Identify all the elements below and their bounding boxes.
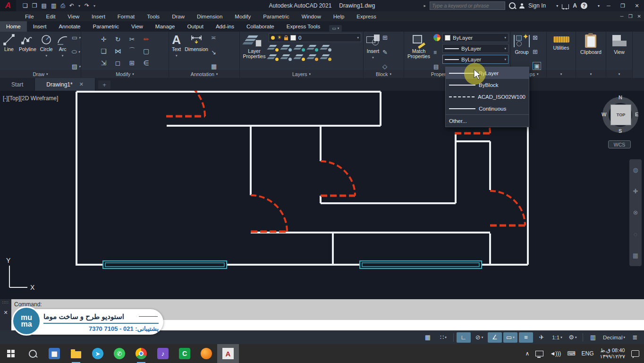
command-window-grip[interactable]: ∷∷ ✕	[0, 299, 11, 330]
menu-format[interactable]: Format	[111, 14, 141, 19]
minimize-button[interactable]: ─	[603, 3, 614, 9]
menu-insert[interactable]: Insert	[85, 14, 111, 19]
layer-tool-icon-5[interactable]	[322, 44, 331, 51]
start-button[interactable]	[0, 344, 22, 363]
save-icon[interactable]: ▤	[42, 2, 47, 9]
taskbar-app-autocad[interactable]: A	[217, 344, 239, 363]
tab-close-icon[interactable]: ✕	[79, 81, 84, 87]
new-file-icon[interactable]: ❏	[23, 2, 28, 9]
menu-draw[interactable]: Draw	[166, 14, 191, 19]
edit-block-icon[interactable]: ✎	[382, 49, 388, 56]
statusbar-annotation-visibility[interactable]: ✈	[534, 332, 549, 343]
app-store-cart-icon[interactable]	[562, 4, 569, 9]
hatch-tool-icon[interactable]: ▨ ▾	[72, 63, 81, 70]
layer-select[interactable]: ☀ 0 ▾	[269, 33, 361, 42]
erase-tool-icon[interactable]: ✏	[144, 35, 149, 43]
taskbar-app-firefox[interactable]	[195, 344, 217, 363]
taskbar-app-camtasia[interactable]: C	[174, 344, 195, 363]
lineweight-select[interactable]: ByLayer ▾	[442, 44, 508, 53]
ribbon-display-toggle[interactable]: ▭ ▾	[329, 25, 342, 32]
table-icon[interactable]: ▦	[211, 63, 217, 70]
taskbar-app-calculator[interactable]: ▦	[43, 344, 65, 363]
view-cube[interactable]: N S W E TOP	[601, 95, 640, 135]
sign-in-button[interactable]: Sign In	[528, 2, 546, 9]
orbit-icon[interactable]: ◌	[634, 231, 637, 238]
layer-tool-icon-3[interactable]	[295, 44, 305, 51]
viewcube-south[interactable]: S	[619, 128, 622, 134]
polyline-button[interactable]: Polyline	[18, 33, 37, 52]
view-button[interactable]: View	[611, 33, 627, 55]
menu-parametric[interactable]: Parametric	[257, 14, 296, 19]
dimension-button[interactable]: Dimension	[184, 33, 209, 52]
statusbar-annotation-scale[interactable]: 1:1▾	[550, 332, 564, 343]
linetype-option-continuous[interactable]: Continuous	[446, 103, 529, 114]
viewport-label[interactable]: [-][Top][2D Wireframe]	[3, 95, 58, 102]
define-attributes-icon[interactable]: ◇	[382, 63, 388, 70]
help-icon[interactable]: ?	[581, 2, 587, 9]
scale-tool-icon[interactable]: ⇲	[101, 59, 107, 67]
tab-home[interactable]: Home	[0, 21, 27, 32]
statusbar-annotation-autoscale[interactable]: ⚙▾	[566, 332, 580, 343]
statusbar-customization[interactable]: ≣	[628, 332, 642, 343]
redo-icon[interactable]: ↷	[85, 2, 89, 9]
menu-tools[interactable]: Tools	[141, 14, 166, 19]
layer-tool-icon-2[interactable]	[282, 44, 291, 51]
help-caret-icon[interactable]: ▾	[598, 4, 600, 8]
taskbar-app-telegram[interactable]: ➤	[87, 344, 109, 363]
command-close-icon[interactable]: ✕	[3, 310, 8, 316]
steering-wheel-icon[interactable]: ◍	[633, 166, 638, 173]
save-as-icon[interactable]: ▥	[51, 2, 56, 9]
statusbar-grid-display[interactable]: ▦	[421, 332, 435, 343]
linetype-option-bylayer[interactable]: ByLayer	[446, 67, 529, 79]
color-wheel-icon[interactable]	[433, 34, 441, 41]
layer-tool-icon-4[interactable]	[308, 44, 318, 51]
menu-modify[interactable]: Modify	[229, 14, 257, 19]
statusbar-snap-mode[interactable]: ∷▾	[436, 332, 450, 343]
fillet-tool-icon[interactable]: ⌒	[129, 47, 136, 55]
tab-insert[interactable]: Insert	[27, 21, 53, 32]
clipboard-button[interactable]: Clipboard	[579, 33, 602, 55]
taskbar-app-whatsapp[interactable]: ✆	[109, 344, 130, 363]
taskbar-app-chrome[interactable]	[130, 344, 152, 363]
open-file-icon[interactable]: ❐	[32, 2, 37, 9]
doc-close-button[interactable]: ✕	[637, 14, 641, 19]
tab-annotate[interactable]: Annotate	[52, 21, 86, 32]
drawing-canvas[interactable]: YX [-][Top][2D Wireframe] N S W E TOP WC…	[0, 91, 644, 299]
doc-restore-button[interactable]: ❐	[628, 14, 633, 19]
group-edit-icon[interactable]: ⊞	[533, 48, 541, 55]
new-drawing-tab-button[interactable]: +	[98, 80, 110, 89]
viewcube-top-face[interactable]: TOP	[610, 104, 631, 125]
plot-icon[interactable]: ⎙	[60, 2, 65, 9]
group-button[interactable]: ✦ Group	[513, 33, 531, 55]
pan-icon[interactable]: ✚	[633, 188, 638, 195]
statusbar-ortho-mode[interactable]: ∟	[457, 332, 471, 343]
explode-tool-icon[interactable]: ▢	[143, 47, 149, 55]
drawing-tab-start[interactable]: Start	[0, 78, 35, 91]
grip-dots-icon[interactable]: ∷∷	[2, 300, 8, 305]
search-expand-icon[interactable]: ▸	[424, 3, 426, 8]
group-selection-icon[interactable]: ▣	[533, 62, 541, 70]
action-center-icon[interactable]	[631, 350, 639, 357]
statusbar-object-snap-tracking[interactable]: ∠	[488, 332, 502, 343]
panel-annotation-label[interactable]: Annotation▾	[169, 70, 239, 78]
tab-view[interactable]: View	[125, 21, 149, 32]
network-icon[interactable]	[535, 351, 543, 356]
undo-caret-icon[interactable]: ▾	[78, 4, 80, 8]
transparency-icon[interactable]: ▤	[433, 63, 441, 70]
autodesk-app-icon[interactable]: A	[573, 2, 577, 9]
menu-dimension[interactable]: Dimension	[191, 14, 229, 19]
hidden-icons-chevron[interactable]: ∧	[525, 350, 530, 357]
insert-block-button[interactable]: Insert ▾	[365, 33, 381, 60]
ellipse-tool-icon[interactable]: ⬭ ▾	[72, 48, 81, 56]
layer-tool-icon-1[interactable]	[269, 44, 278, 51]
layer-tool-icon-8[interactable]	[295, 53, 305, 60]
linetype-option-acad-iso02w100[interactable]: ACAD_ISO02W100	[446, 91, 529, 103]
rotate-tool-icon[interactable]: ↻	[115, 35, 121, 43]
doc-minimize-button[interactable]: ─	[620, 14, 624, 19]
panel-block-label[interactable]: Block▾	[364, 70, 404, 78]
search-input[interactable]	[430, 1, 505, 10]
layer-tool-icon-10[interactable]	[322, 53, 331, 60]
leader-icon[interactable]: ↘	[211, 49, 217, 56]
linetype-option-byblock[interactable]: ByBlock	[446, 79, 529, 91]
menu-file[interactable]: File	[19, 14, 40, 19]
